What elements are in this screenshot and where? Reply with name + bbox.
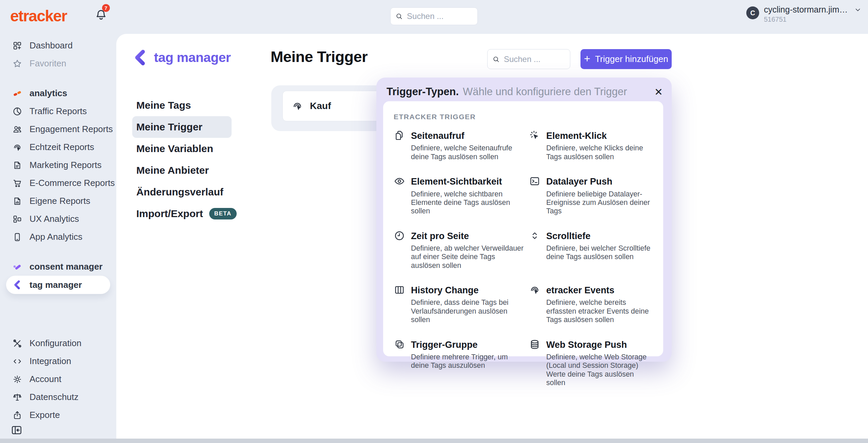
tag-manager-subnav: Meine Tags Meine Trigger Meine Variablen… bbox=[132, 94, 232, 225]
radar-click-icon bbox=[292, 100, 303, 112]
sidebar-item-label: Integration bbox=[29, 356, 71, 366]
sidebar-item-app-analytics[interactable]: App Analytics bbox=[0, 228, 116, 246]
sidebar-item-label: Eigene Reports bbox=[29, 196, 90, 206]
subnav-label: Meine Anbieter bbox=[136, 165, 209, 176]
sidebar-item-label: Marketing Reports bbox=[29, 160, 101, 170]
document-icon bbox=[12, 160, 22, 170]
sidebar-item-konfiguration[interactable]: Konfiguration bbox=[0, 334, 116, 352]
top-bar: etracker 7 C cycling-stormarn.jimdofre… … bbox=[0, 0, 868, 34]
collapse-sidebar-icon bbox=[10, 424, 23, 436]
sidebar-item-ecommerce-reports[interactable]: E-Commerce Reports bbox=[0, 174, 116, 192]
tag-manager-logo: tag manager bbox=[132, 49, 231, 66]
sidebar-collapse-button[interactable] bbox=[10, 424, 23, 436]
trigger-type-description: Definiere mehrere Trigger, um deine Tags… bbox=[411, 353, 526, 370]
modal-title: Trigger-Typen. bbox=[387, 86, 459, 98]
sidebar-item-label: Datenschutz bbox=[29, 392, 79, 402]
clock-icon bbox=[394, 230, 405, 241]
consent-brand-icon bbox=[12, 262, 22, 272]
star-icon bbox=[12, 59, 22, 69]
beta-badge: BETA bbox=[209, 208, 237, 219]
subnav-item-import-export[interactable]: Import/Export BETA bbox=[132, 203, 232, 225]
account-menu[interactable]: C cycling-stormarn.jimdofre… 516751 bbox=[746, 5, 862, 23]
add-trigger-button[interactable]: + Trigger hinzufügen bbox=[580, 49, 672, 69]
trigger-type-description: Definiere, bei welcher Scrolltiefe deine… bbox=[546, 244, 653, 261]
tag-manager-brand-icon bbox=[12, 280, 22, 290]
global-search-input[interactable] bbox=[407, 12, 473, 21]
trigger-type-title: Trigger-Gruppe bbox=[411, 339, 526, 350]
trigger-type-trigger-gruppe[interactable]: Trigger-Gruppe Definiere mehrere Trigger… bbox=[394, 339, 529, 387]
sidebar-item-tag-manager[interactable]: tag manager bbox=[6, 276, 110, 294]
copy-squares-icon bbox=[394, 339, 405, 350]
tag-manager-logo-text: tag manager bbox=[154, 50, 231, 65]
sidebar-item-analytics[interactable]: analytics bbox=[0, 84, 116, 102]
terminal-icon bbox=[529, 175, 540, 187]
subnav-label: Meine Variablen bbox=[136, 143, 213, 154]
dashboard-icon bbox=[12, 41, 22, 51]
tag-manager-chevron-icon bbox=[132, 49, 149, 66]
trigger-type-title: Seitenaufruf bbox=[411, 130, 526, 141]
radar-click-icon bbox=[12, 142, 22, 152]
sidebar-item-label: tag manager bbox=[29, 280, 82, 290]
subnav-item-meine-variablen[interactable]: Meine Variablen bbox=[132, 138, 232, 160]
chevron-down-icon bbox=[854, 6, 862, 14]
scales-icon bbox=[12, 392, 22, 402]
notifications-button[interactable]: 7 bbox=[94, 7, 110, 24]
trigger-type-element-klick[interactable]: Element-Klick Definiere, welche Klicks d… bbox=[529, 130, 653, 161]
subnav-label: Meine Trigger bbox=[136, 121, 202, 133]
trigger-type-title: Zeit pro Seite bbox=[411, 231, 526, 241]
sidebar-item-engagement-reports[interactable]: Engagement Reports bbox=[0, 120, 116, 138]
sidebar-item-account[interactable]: Account bbox=[0, 370, 116, 388]
sidebar-item-dashboard[interactable]: Dashboard bbox=[0, 37, 116, 55]
sidebar-item-exporte[interactable]: Exporte bbox=[0, 406, 116, 424]
sidebar-item-ux-analytics[interactable]: UX Analytics bbox=[0, 210, 116, 228]
sidebar-item-eigene-reports[interactable]: Eigene Reports bbox=[0, 192, 116, 210]
etracker-logo: etracker bbox=[10, 7, 67, 25]
sidebar-item-label: analytics bbox=[29, 88, 67, 99]
document-chart-icon bbox=[12, 196, 22, 206]
trigger-type-etracker-events[interactable]: etracker Events Definiere, welche bereit… bbox=[529, 285, 653, 324]
subnav-item-aenderungsverlauf[interactable]: Änderungsverlauf bbox=[132, 181, 232, 203]
notification-badge: 7 bbox=[102, 4, 110, 12]
subnav-item-meine-trigger[interactable]: Meine Trigger bbox=[132, 116, 232, 138]
tools-icon bbox=[12, 338, 22, 349]
search-icon bbox=[395, 12, 403, 21]
sidebar-item-label: App Analytics bbox=[29, 232, 82, 242]
sidebar-item-favoriten[interactable]: Favoriten bbox=[0, 55, 116, 72]
trigger-type-zeit-pro-seite[interactable]: Zeit pro Seite Definiere, ab welcher Ver… bbox=[394, 231, 529, 270]
trigger-type-scrolltiefe[interactable]: Scrolltiefe Definiere, bei welcher Scrol… bbox=[529, 231, 653, 270]
users-icon bbox=[12, 124, 22, 134]
trigger-type-seitenaufruf[interactable]: Seitenaufruf Definiere, welche Seitenauf… bbox=[394, 130, 529, 161]
sidebar-item-label: Favoriten bbox=[29, 58, 66, 69]
trigger-type-title: History Change bbox=[411, 285, 526, 296]
sidebar-item-integration[interactable]: Integration bbox=[0, 352, 116, 370]
trigger-type-description: Definiere, ab welcher Verweildauer auf e… bbox=[411, 244, 526, 270]
trigger-type-title: Datalayer Push bbox=[546, 176, 653, 187]
sidebar: Dashboard Favoriten analytics Traffic Re… bbox=[0, 34, 116, 443]
sidebar-item-consent-manager[interactable]: consent manager bbox=[0, 258, 116, 276]
subnav-label: Import/Export bbox=[136, 208, 203, 219]
trigger-type-datalayer-push[interactable]: Datalayer Push Definiere beliebige Datal… bbox=[529, 176, 653, 215]
subnav-item-meine-tags[interactable]: Meine Tags bbox=[132, 94, 232, 116]
sidebar-item-label: Exporte bbox=[29, 410, 60, 420]
sidebar-item-echtzeit-reports[interactable]: Echtzeit Reports bbox=[0, 138, 116, 156]
trigger-search-input[interactable] bbox=[504, 55, 565, 64]
avatar: C bbox=[746, 6, 759, 19]
account-id: 516751 bbox=[764, 16, 862, 23]
analytics-brand-icon bbox=[12, 88, 22, 99]
subnav-label: Meine Tags bbox=[136, 100, 191, 111]
window-bottom-edge bbox=[0, 439, 868, 443]
trigger-type-history-change[interactable]: History Change Definiere, dass deine Tag… bbox=[394, 285, 529, 324]
account-name: cycling-stormarn.jimdofre… bbox=[764, 5, 850, 15]
section-label: ETRACKER TRIGGER bbox=[394, 113, 653, 121]
sidebar-item-traffic-reports[interactable]: Traffic Reports bbox=[0, 102, 116, 120]
trigger-type-element-sichtbarkeit[interactable]: Element-Sichtbarkeit Definiere, welche s… bbox=[394, 176, 529, 215]
trigger-type-title: etracker Events bbox=[546, 285, 653, 296]
trigger-type-web-storage-push[interactable]: Web Storage Push Definiere, welche Web S… bbox=[529, 339, 653, 387]
close-icon[interactable]: ✕ bbox=[653, 86, 664, 99]
columns-icon bbox=[394, 284, 405, 296]
code-icon bbox=[12, 356, 22, 366]
subnav-item-meine-anbieter[interactable]: Meine Anbieter bbox=[132, 160, 232, 181]
sidebar-item-datenschutz[interactable]: Datenschutz bbox=[0, 388, 116, 406]
sidebar-item-marketing-reports[interactable]: Marketing Reports bbox=[0, 156, 116, 174]
trigger-types-grid: Seitenaufruf Definiere, welche Seitenauf… bbox=[394, 130, 653, 387]
